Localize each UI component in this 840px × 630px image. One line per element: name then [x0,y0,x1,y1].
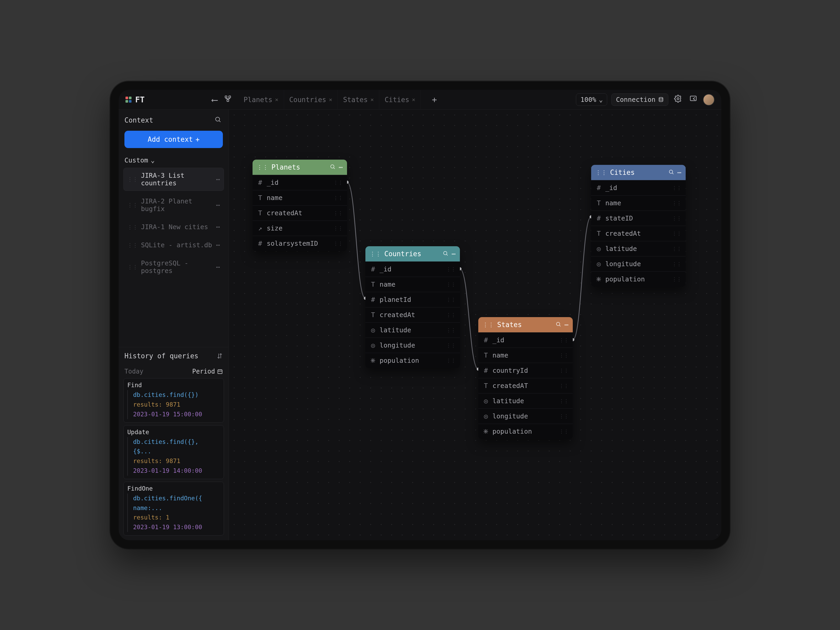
table-column-row[interactable]: T createdAt ⋮⋮ [365,307,460,322]
drag-grip-icon[interactable]: ⋮⋮ [446,312,456,317]
drag-grip-icon[interactable]: ⋮⋮ [333,180,343,185]
table-column-row[interactable]: # _id ⋮⋮ [478,332,573,347]
drag-grip-icon[interactable]: ⋮⋮ [257,164,268,171]
drag-grip-icon[interactable]: ⋮⋮ [446,327,456,333]
drag-grip-icon[interactable]: ⋮⋮ [672,276,681,282]
context-item-more-icon[interactable]: ⋯ [216,175,220,183]
drag-grip-icon[interactable]: ⋮⋮ [672,231,681,236]
drag-grip-icon[interactable]: ⋮⋮ [672,261,681,267]
drag-grip-icon[interactable]: ⋮⋮ [559,352,568,358]
table-column-row[interactable]: ◎ latitude ⋮⋮ [478,393,573,409]
connection-button[interactable]: Connection [611,93,668,106]
context-item-more-icon[interactable]: ⋯ [216,263,220,271]
table-column-row[interactable]: ◎ latitude ⋮⋮ [365,322,460,338]
table-header[interactable]: ⋮⋮ States ⋯ [478,317,573,332]
search-context-button[interactable] [213,114,223,126]
query-card[interactable]: Update db.cities.find({}, {$... results:… [123,425,224,479]
table-card-cities[interactable]: ⋮⋮ Cities ⋯ # _id ⋮⋮ T name ⋮⋮ # stateID… [591,165,686,287]
drag-grip-icon[interactable]: ⋮⋮ [559,337,568,343]
table-column-row[interactable]: ⛯ population ⋮⋮ [365,353,460,368]
drag-grip-icon[interactable]: ⋮⋮ [127,176,138,182]
table-column-row[interactable]: T createdAT ⋮⋮ [478,378,573,393]
schema-tree-icon[interactable] [222,95,234,104]
drag-grip-icon[interactable]: ⋮⋮ [446,282,456,287]
fullscreen-button[interactable] [688,93,699,106]
table-column-row[interactable]: T createdAt ⋮⋮ [253,205,347,221]
context-item[interactable]: ⋮⋮PostgreSQL - postgres⋯ [123,256,224,278]
drag-grip-icon[interactable]: ⋮⋮ [333,241,343,246]
table-card-states[interactable]: ⋮⋮ States ⋯ # _id ⋮⋮ T name ⋮⋮ # country… [478,317,573,439]
drag-grip-icon[interactable]: ⋮⋮ [127,264,138,270]
drag-grip-icon[interactable]: ⋮⋮ [672,185,681,191]
table-column-row[interactable]: ◎ longitude ⋮⋮ [478,409,573,424]
schema-canvas[interactable]: ⋮⋮ Planets ⋯ # _id ⋮⋮ T name ⋮⋮ T create… [229,110,722,540]
table-card-planets[interactable]: ⋮⋮ Planets ⋯ # _id ⋮⋮ T name ⋮⋮ T create… [253,159,347,251]
table-more-button[interactable]: ⋯ [677,169,681,177]
close-tab-icon[interactable]: × [370,96,374,103]
settings-button[interactable] [673,93,684,106]
close-tab-icon[interactable]: × [412,96,415,103]
drag-grip-icon[interactable]: ⋮⋮ [333,210,343,216]
custom-dropdown[interactable]: Custom ⌄ [118,153,229,168]
drag-grip-icon[interactable]: ⋮⋮ [446,358,456,363]
table-column-row[interactable]: # planetId ⋮⋮ [365,292,460,307]
query-card[interactable]: Find db.cities.find({}) results: 9871 20… [123,378,224,422]
table-column-row[interactable]: # _id ⋮⋮ [365,261,460,277]
table-header[interactable]: ⋮⋮ Cities ⋯ [591,165,686,180]
drag-grip-icon[interactable]: ⋮⋮ [369,251,381,257]
table-column-row[interactable]: ⛯ population ⋮⋮ [478,424,573,439]
table-card-countries[interactable]: ⋮⋮ Countries ⋯ # _id ⋮⋮ T name ⋮⋮ # plan… [365,246,460,368]
table-column-row[interactable]: ◎ longitude ⋮⋮ [365,338,460,353]
tab-cities[interactable]: Cities× [379,90,421,110]
close-tab-icon[interactable]: × [275,96,278,103]
collapse-sidebar-button[interactable]: ⟵ [212,95,217,105]
table-column-row[interactable]: # _id ⋮⋮ [253,175,347,190]
drag-grip-icon[interactable]: ⋮⋮ [127,224,138,230]
table-search-button[interactable] [668,169,674,177]
drag-grip-icon[interactable]: ⋮⋮ [559,383,568,388]
context-item-more-icon[interactable]: ⋯ [216,223,220,231]
drag-grip-icon[interactable]: ⋮⋮ [672,246,681,251]
drag-grip-icon[interactable]: ⋮⋮ [559,414,568,419]
table-more-button[interactable]: ⋯ [452,250,456,258]
drag-grip-icon[interactable]: ⋮⋮ [127,242,138,248]
drag-grip-icon[interactable]: ⋮⋮ [483,322,494,328]
table-column-row[interactable]: ◎ longitude ⋮⋮ [591,256,686,272]
table-column-row[interactable]: # _id ⋮⋮ [591,180,686,195]
context-item[interactable]: ⋮⋮JIRA-1 New cities⋯ [123,219,224,235]
table-column-row[interactable]: ⛯ population ⋮⋮ [591,272,686,287]
context-item[interactable]: ⋮⋮SQLite - artist.db⋯ [123,237,224,253]
history-sort-button[interactable] [216,353,223,359]
drag-grip-icon[interactable]: ⋮⋮ [333,226,343,231]
table-column-row[interactable]: # solarsystemID ⋮⋮ [253,236,347,251]
table-column-row[interactable]: T name ⋮⋮ [591,195,686,210]
table-column-row[interactable]: T name ⋮⋮ [478,347,573,363]
table-search-button[interactable] [442,250,448,258]
tab-states[interactable]: States× [338,90,379,110]
query-card[interactable]: FindOne db.cities.findOne({ name:... res… [123,482,224,535]
add-context-button[interactable]: Add context + [125,131,223,148]
zoom-dropdown[interactable]: 100% ⌄ [576,93,607,106]
drag-grip-icon[interactable]: ⋮⋮ [672,200,681,206]
table-header[interactable]: ⋮⋮ Countries ⋯ [365,246,460,261]
drag-grip-icon[interactable]: ⋮⋮ [446,343,456,348]
drag-grip-icon[interactable]: ⋮⋮ [446,297,456,302]
close-tab-icon[interactable]: × [329,96,332,103]
table-more-button[interactable]: ⋯ [339,163,343,171]
table-search-button[interactable] [556,321,561,328]
drag-grip-icon[interactable]: ⋮⋮ [672,216,681,221]
period-button[interactable]: Period [192,368,223,375]
drag-grip-icon[interactable]: ⋮⋮ [595,169,607,176]
table-column-row[interactable]: # stateID ⋮⋮ [591,210,686,226]
table-column-row[interactable]: ↗ size ⋮⋮ [253,221,347,236]
tab-countries[interactable]: Countries× [284,90,338,110]
context-item-more-icon[interactable]: ⋯ [216,201,220,209]
table-header[interactable]: ⋮⋮ Planets ⋯ [253,159,347,175]
table-column-row[interactable]: T createdAt ⋮⋮ [591,226,686,241]
drag-grip-icon[interactable]: ⋮⋮ [127,202,138,208]
avatar-button[interactable] [703,94,715,106]
table-column-row[interactable]: T name ⋮⋮ [253,190,347,205]
drag-grip-icon[interactable]: ⋮⋮ [559,368,568,373]
add-tab-button[interactable]: + [426,95,443,105]
drag-grip-icon[interactable]: ⋮⋮ [559,429,568,434]
